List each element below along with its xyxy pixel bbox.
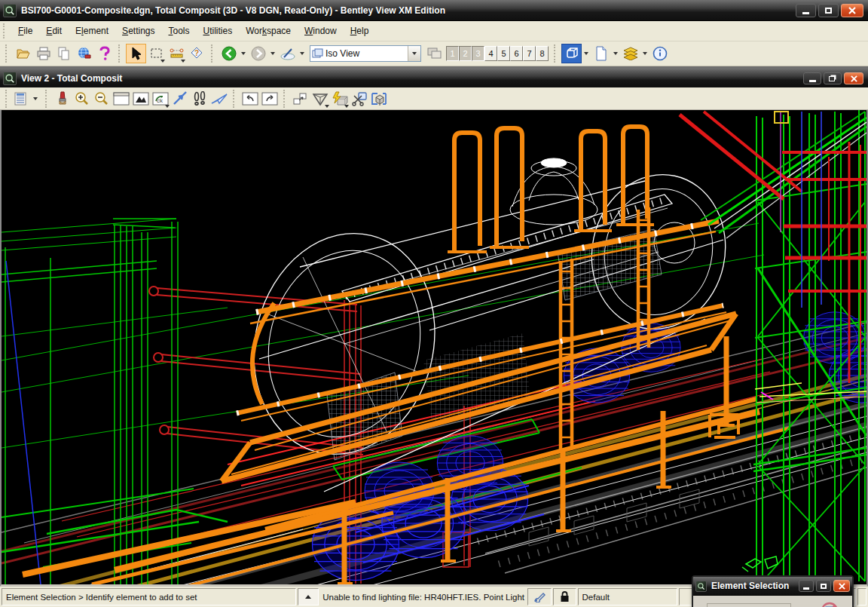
message-spin-button[interactable] [298,588,319,605]
view-perspective-button[interactable] [369,90,389,108]
fence-dropdown-caret[interactable] [160,60,165,63]
view-previous-dropdown-caret[interactable] [241,52,246,55]
cascade-views-button[interactable] [424,44,445,63]
view-preset-value: Iso View [326,48,408,59]
zoom-in-button[interactable] [72,90,92,108]
view-next-button[interactable] [260,90,280,108]
view-preset-combo[interactable]: Iso View [310,45,421,62]
menu-utilities[interactable]: Utilities [197,23,240,39]
help-button[interactable] [94,44,115,63]
dialog-close-button[interactable] [833,580,850,592]
element-selection-dialog-icon [695,581,707,592]
display-style-dropdown-caret[interactable] [584,52,588,55]
open-button[interactable] [13,44,33,63]
lock-icon [560,591,570,602]
clip-volume-button[interactable] [310,90,330,108]
view-previous-button[interactable] [240,90,260,108]
view-toggle-7[interactable]: 7 [523,46,536,61]
back-arrow-icon [222,46,237,61]
render-button[interactable] [330,90,350,108]
view-minimize-button[interactable] [803,72,821,84]
rotate-view-button[interactable]: ck [151,90,170,108]
clip-volume-caret[interactable] [325,105,329,108]
menu-settings[interactable]: Settings [115,23,161,39]
main-titlebar: BSI700-G0001-Composite.dgn, Total Compos… [0,0,868,21]
menu-workspace[interactable]: Workspace [239,23,298,39]
lock-status-button[interactable] [553,588,576,605]
menu-edit[interactable]: Edit [39,23,69,39]
menu-element[interactable]: Element [69,23,115,39]
zoom-out-button[interactable] [92,90,112,108]
svg-text:?: ? [194,49,199,57]
dialog-maximize-button[interactable] [816,580,831,592]
element-selection-titlebar[interactable]: Element Selection [693,577,852,596]
view-next-dropdown-caret[interactable] [270,52,275,55]
view-number-buttons: 1 2 3 4 5 6 7 8 [446,46,549,61]
walk-footsteps-icon [193,91,206,106]
window-area-button[interactable] [112,90,131,108]
dialog-minimize-button[interactable] [799,580,814,592]
view-attributes-caret[interactable] [33,97,38,100]
web-browser-button[interactable] [74,44,94,63]
render-caret[interactable] [344,105,349,108]
fit-view-button[interactable] [131,90,151,108]
measure-tool-button[interactable] [167,44,187,63]
menu-file[interactable]: File [11,23,39,39]
clip-mask-button[interactable] [350,90,369,108]
element-info-button[interactable]: ? [187,44,207,63]
menu-tools[interactable]: Tools [161,23,196,39]
accudraw-dropdown-caret[interactable] [300,52,304,55]
pen-status-button[interactable] [527,588,552,605]
view-toggle-4[interactable]: 4 [484,46,497,61]
update-view-button[interactable] [53,90,72,108]
copy-button[interactable] [53,44,74,63]
measure-dropdown-caret[interactable] [181,60,185,63]
fly-button[interactable] [209,90,229,108]
view-next-button[interactable] [248,44,268,63]
view-toggle-5[interactable]: 5 [497,46,510,61]
wireframe-scene[interactable] [2,110,866,584]
view-2-viewport[interactable]: Element Selection [0,110,868,587]
toolbar-grip [45,90,49,108]
copy-view-button[interactable] [291,90,310,108]
help-question-icon [99,46,111,61]
about-button[interactable] [649,44,670,63]
view-attributes-icon [14,91,31,106]
view-previous-button[interactable] [219,44,239,63]
pan-view-button[interactable] [170,90,190,108]
render-lightning-icon [332,91,348,106]
view-restore-button[interactable] [824,72,842,84]
menu-help[interactable]: Help [344,23,376,39]
walk-button[interactable] [190,90,209,108]
toolbar-grip [211,44,215,63]
view-toggle-6[interactable]: 6 [510,46,523,61]
disable-handles-button[interactable] [821,602,839,607]
menu-window[interactable]: Window [298,23,344,39]
maximize-button[interactable] [818,4,839,17]
view-close-button[interactable] [844,72,863,84]
active-level-field[interactable]: Default [578,588,678,605]
view-toggle-8[interactable]: 8 [536,46,549,61]
view-toggle-1[interactable]: 1 [446,46,459,61]
view-toggle-2[interactable]: 2 [459,46,472,61]
view-toolbar: ck [0,87,868,110]
accudraw-button[interactable] [277,44,298,63]
models-button[interactable] [591,44,611,63]
display-style-button[interactable] [561,44,582,63]
redo-view-icon [261,92,278,106]
models-dropdown-caret[interactable] [613,52,618,55]
close-button[interactable] [841,4,863,17]
menu-grip [3,23,7,38]
element-selection-tool-button[interactable] [126,44,146,63]
minimize-button[interactable] [796,4,816,17]
view-preset-dropdown-button[interactable] [408,46,420,61]
rotate-view-caret[interactable] [165,105,170,108]
view-window-titlebar: View 2 - Total Composit [0,69,868,87]
levels-button[interactable] [620,44,640,63]
levels-dropdown-caret[interactable] [643,52,647,55]
view-toggle-3[interactable]: 3 [472,46,484,61]
view-attributes-button[interactable] [13,90,41,108]
print-button[interactable] [33,44,53,63]
fence-tool-button[interactable] [146,44,167,63]
pan-arrow-icon [172,91,188,106]
